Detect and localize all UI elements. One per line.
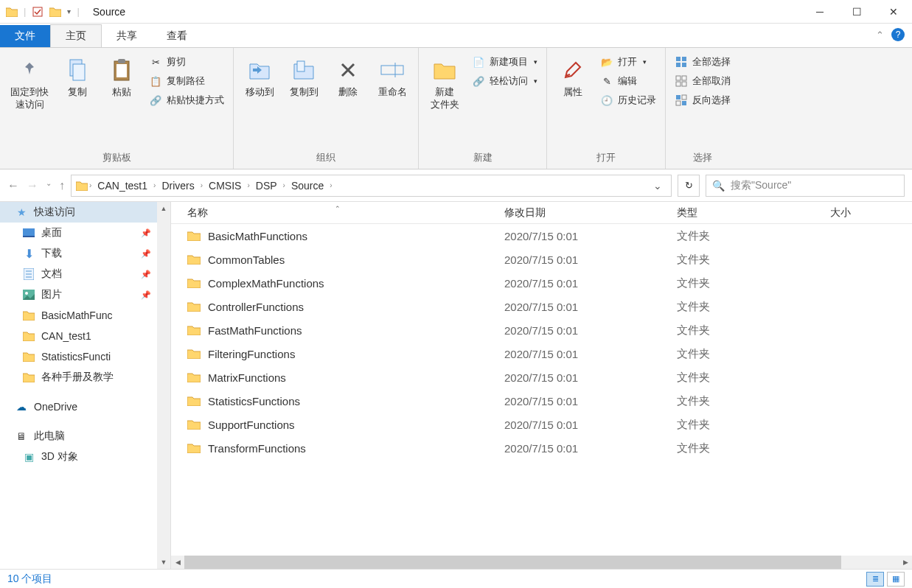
crumb-0[interactable]: CAN_test1 [93,180,152,192]
col-type[interactable]: 类型 [677,206,830,220]
horizontal-scrollbar[interactable]: ◀ ▶ [171,556,912,569]
svg-rect-11 [676,63,680,67]
paste-shortcut-button[interactable]: 🔗粘贴快捷方式 [146,92,227,108]
crumb-1[interactable]: Drivers [157,180,198,192]
tab-share[interactable]: 共享 [102,25,152,47]
table-row[interactable]: CommonTables2020/7/15 0:01文件夹 [171,248,912,271]
chevron-right-icon[interactable]: › [330,181,332,189]
file-date: 2020/7/15 0:01 [504,442,677,455]
cut-button[interactable]: ✂剪切 [146,54,227,70]
copy-button[interactable]: 复制 [58,54,97,102]
select-none-button[interactable]: 全部取消 [672,73,734,89]
chevron-right-icon[interactable]: › [153,181,156,189]
delete-button[interactable]: 删除 [328,54,368,102]
sidebar-quick-access[interactable]: ★ 快速访问 [0,202,170,223]
col-name[interactable]: 名称⌃ [187,206,504,220]
table-row[interactable]: TransformFunctions2020/7/15 0:01文件夹 [171,436,912,460]
scroll-right-icon[interactable]: ▶ [899,556,912,569]
sidebar: ★ 快速访问 桌面📌⬇下载📌文档📌图片📌BasicMathFuncCAN_tes… [0,202,171,569]
folder-icon [22,309,35,322]
scroll-down-icon[interactable]: ▼ [157,556,170,569]
sidebar-onedrive[interactable]: ☁ OneDrive [0,396,170,417]
maximize-button[interactable]: ☐ [838,0,875,24]
file-date: 2020/7/15 0:01 [504,301,677,313]
breadcrumb-dropdown[interactable]: ⌄ [649,180,666,192]
copy-path-button[interactable]: 📋复制路径 [146,73,227,89]
sidebar-item[interactable]: CAN_test1 [0,326,170,346]
group-clipboard-label: 剪贴板 [6,150,227,167]
back-button[interactable]: ← [7,179,19,192]
table-row[interactable]: MatrixFunctions2020/7/15 0:01文件夹 [171,365,912,389]
picture-icon [22,288,35,301]
sidebar-item[interactable]: StatisticsFuncti [0,346,170,367]
help-icon[interactable]: ? [891,28,905,41]
sidebar-item-label: 文档 [41,267,62,281]
select-all-button[interactable]: 全部选择 [672,54,734,70]
newitem-icon: 📄 [472,55,485,69]
rename-button[interactable]: 重命名 [372,54,412,102]
crumb-2[interactable]: CMSIS [204,180,246,192]
sidebar-item[interactable]: 文档📌 [0,264,170,284]
forward-button[interactable]: → [27,179,38,192]
qat-folder-icon[interactable] [49,7,61,17]
open-button[interactable]: 📂打开▾ [597,54,659,70]
paste-button[interactable]: 粘贴 [102,54,142,102]
table-row[interactable]: ComplexMathFunctions2020/7/15 0:01文件夹 [171,271,912,295]
new-folder-button[interactable]: 新建 文件夹 [425,54,464,114]
col-size[interactable]: 大小 [830,206,904,220]
recent-dropdown[interactable]: ⌄ [46,179,52,192]
move-to-button[interactable]: 移动到 [240,54,279,102]
table-row[interactable]: FilteringFunctions2020/7/15 0:01文件夹 [171,342,912,365]
history-button[interactable]: 🕘历史记录 [597,92,659,108]
table-row[interactable]: BasicMathFunctions2020/7/15 0:01文件夹 [171,224,912,248]
sidebar-scrollbar[interactable]: ▲ ▼ [157,202,170,569]
file-list: BasicMathFunctions2020/7/15 0:01文件夹Commo… [171,224,912,556]
file-name: TransformFunctions [208,442,306,455]
close-button[interactable]: ✕ [875,0,912,24]
edit-button[interactable]: ✎编辑 [597,73,659,89]
breadcrumb[interactable]: › CAN_test1 › Drivers › CMSIS › DSP › So… [71,175,672,197]
tab-file[interactable]: 文件 [0,25,50,47]
invert-selection-button[interactable]: 反向选择 [672,92,734,108]
properties-button[interactable]: 属性 [553,54,593,102]
ribbon-collapse-icon[interactable]: ⌃ [876,29,884,41]
new-item-button[interactable]: 📄新建项目▾ [469,54,540,70]
qat-properties-icon[interactable] [32,6,43,18]
chevron-right-icon[interactable]: › [201,181,203,189]
sidebar-item[interactable]: 图片📌 [0,284,170,305]
tab-view[interactable]: 查看 [152,25,202,47]
qat-dropdown-icon[interactable]: ▾ [67,7,71,15]
crumb-3[interactable]: DSP [251,180,282,192]
view-large-button[interactable]: ▦ [887,572,905,587]
sidebar-item[interactable]: 各种手册及教学 [0,367,170,388]
chevron-right-icon[interactable]: › [89,181,91,189]
separator: | [77,6,79,17]
sidebar-item[interactable]: BasicMathFunc [0,305,170,326]
minimize-button[interactable]: ─ [801,0,838,24]
search-placeholder: 搜索"Source" [731,179,791,192]
scroll-left-icon[interactable]: ◀ [171,556,184,569]
table-row[interactable]: SupportFunctions2020/7/15 0:01文件夹 [171,413,912,436]
col-date[interactable]: 修改日期 [504,206,677,220]
table-row[interactable]: ControllerFunctions2020/7/15 0:01文件夹 [171,295,912,318]
crumb-4[interactable]: Source [287,180,328,192]
up-button[interactable]: ↑ [59,179,65,192]
pin-quick-access-button[interactable]: 固定到快 速访问 [6,54,53,114]
easy-access-button[interactable]: 🔗轻松访问▾ [469,73,540,89]
sidebar-item[interactable]: 桌面📌 [0,223,170,243]
chevron-right-icon[interactable]: › [283,181,285,189]
scroll-up-icon[interactable]: ▲ [157,202,170,215]
sidebar-this-pc[interactable]: 🖥 此电脑 [0,426,170,447]
scroll-thumb[interactable] [184,556,841,569]
file-type: 文件夹 [677,418,830,432]
table-row[interactable]: FastMathFunctions2020/7/15 0:01文件夹 [171,318,912,342]
copy-to-button[interactable]: 复制到 [284,54,324,102]
search-box[interactable]: 🔍 搜索"Source" [706,175,905,197]
view-details-button[interactable]: ≣ [866,572,884,587]
sidebar-item[interactable]: ⬇下载📌 [0,243,170,264]
table-row[interactable]: StatisticsFunctions2020/7/15 0:01文件夹 [171,389,912,413]
tab-home[interactable]: 主页 [50,24,102,47]
refresh-button[interactable]: ↻ [678,175,700,197]
sidebar-3d-objects[interactable]: ▣ 3D 对象 [0,447,170,467]
chevron-right-icon[interactable]: › [247,181,249,189]
